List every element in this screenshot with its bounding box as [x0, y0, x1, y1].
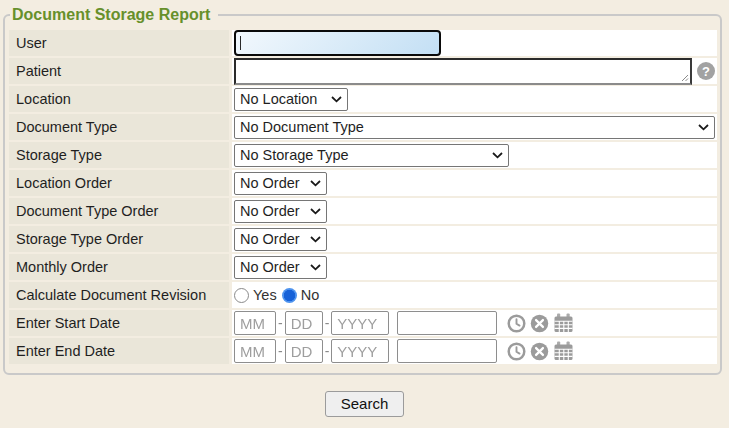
chevron-down-icon — [492, 152, 503, 159]
form-row-calculate-document-revision: Calculate Document Revision Yes No — [9, 282, 717, 308]
end-date-year-input[interactable] — [331, 339, 389, 363]
chevron-down-icon — [331, 96, 342, 103]
circle-x-icon[interactable] — [530, 314, 549, 333]
storage-type-select[interactable]: No Storage Type — [234, 144, 509, 167]
clock-icon[interactable] — [507, 314, 526, 333]
monthly-order-select-value: No Order — [240, 259, 300, 275]
storage-type-order-label: Storage Type Order — [9, 226, 229, 252]
document-type-select-value: No Document Type — [240, 119, 364, 135]
location-order-select-value: No Order — [240, 175, 300, 191]
document-type-order-select-value: No Order — [240, 203, 300, 219]
date-separator: - — [325, 343, 330, 359]
form-row-document-type-order: Document Type Order No Order — [9, 198, 717, 224]
radio-unchecked-icon[interactable] — [234, 288, 249, 303]
calendar-icon[interactable] — [553, 313, 574, 333]
calculate-document-revision-radio-group: Yes No — [234, 287, 319, 303]
form-row-end-date: Enter End Date - - — [9, 338, 717, 364]
location-select[interactable]: No Location — [234, 88, 348, 111]
radio-option-no[interactable]: No — [282, 287, 320, 303]
start-date-month-input[interactable] — [234, 311, 276, 335]
radio-no-label: No — [301, 287, 320, 303]
form-row-monthly-order: Monthly Order No Order — [9, 254, 717, 280]
report-form-panel: Document Storage Report User Patient ? — [3, 14, 722, 375]
monthly-order-select[interactable]: No Order — [234, 256, 327, 279]
chevron-down-icon — [310, 264, 321, 271]
date-separator: - — [278, 343, 283, 359]
clock-icon[interactable] — [507, 342, 526, 361]
end-date-group: - - — [234, 339, 574, 363]
storage-type-order-select-value: No Order — [240, 231, 300, 247]
page-title: Document Storage Report — [10, 3, 218, 27]
end-date-time-input[interactable] — [397, 339, 497, 363]
monthly-order-label: Monthly Order — [9, 254, 229, 280]
document-type-order-label: Document Type Order — [9, 198, 229, 224]
start-date-time-input[interactable] — [397, 311, 497, 335]
circle-x-icon[interactable] — [530, 342, 549, 361]
question-icon[interactable]: ? — [697, 62, 715, 80]
user-input[interactable] — [234, 30, 441, 56]
calendar-icon[interactable] — [553, 341, 574, 361]
document-type-order-select[interactable]: No Order — [234, 200, 327, 223]
user-label: User — [9, 30, 229, 56]
form-row-user: User — [9, 30, 717, 56]
form-row-start-date: Enter Start Date - - — [9, 310, 717, 336]
date-separator: - — [278, 315, 283, 331]
patient-label: Patient — [9, 58, 229, 84]
form-row-location: Location No Location — [9, 86, 717, 112]
storage-type-select-value: No Storage Type — [240, 147, 349, 163]
storage-type-label: Storage Type — [9, 142, 229, 168]
document-type-select[interactable]: No Document Type — [234, 116, 715, 139]
form-row-storage-type-order: Storage Type Order No Order — [9, 226, 717, 252]
radio-checked-icon[interactable] — [282, 288, 297, 303]
chevron-down-icon — [310, 208, 321, 215]
form-row-patient: Patient ? — [9, 58, 717, 84]
end-date-day-input[interactable] — [285, 339, 323, 363]
end-date-month-input[interactable] — [234, 339, 276, 363]
location-select-value: No Location — [240, 91, 317, 107]
form-actions: Search — [0, 391, 729, 417]
start-date-year-input[interactable] — [331, 311, 389, 335]
resize-handle-icon[interactable] — [681, 74, 689, 82]
chevron-down-icon — [310, 180, 321, 187]
form-row-storage-type: Storage Type No Storage Type — [9, 142, 717, 168]
start-date-label: Enter Start Date — [9, 310, 229, 336]
document-type-label: Document Type — [9, 114, 229, 140]
search-button[interactable]: Search — [325, 391, 405, 417]
start-date-group: - - — [234, 311, 574, 335]
form-row-document-type: Document Type No Document Type — [9, 114, 717, 140]
chevron-down-icon — [310, 236, 321, 243]
location-order-label: Location Order — [9, 170, 229, 196]
calculate-document-revision-label: Calculate Document Revision — [9, 282, 229, 308]
chevron-down-icon — [698, 124, 709, 131]
patient-input[interactable] — [234, 58, 692, 85]
radio-option-yes[interactable]: Yes — [234, 287, 277, 303]
date-separator: - — [325, 315, 330, 331]
radio-yes-label: Yes — [253, 287, 277, 303]
text-cursor — [240, 36, 241, 50]
form-row-location-order: Location Order No Order — [9, 170, 717, 196]
start-date-day-input[interactable] — [285, 311, 323, 335]
storage-type-order-select[interactable]: No Order — [234, 228, 327, 251]
location-label: Location — [9, 86, 229, 112]
location-order-select[interactable]: No Order — [234, 172, 327, 195]
end-date-label: Enter End Date — [9, 338, 229, 364]
document-storage-report-page: Document Storage Report User Patient ? — [0, 0, 729, 428]
